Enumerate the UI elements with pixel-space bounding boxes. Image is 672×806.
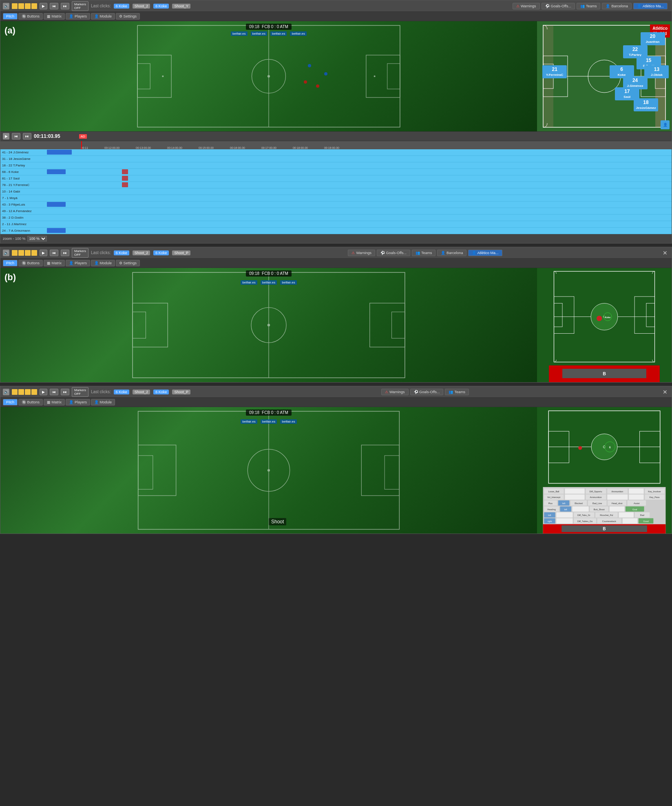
buttons-tab[interactable]: 🔘 Buttons	[18, 13, 43, 20]
video-overlay-b: 09:18 FCB 0 : 0 ATM	[0, 270, 537, 277]
prev-btn-b[interactable]: ⏮	[50, 250, 58, 256]
player-jesusgamez[interactable]: 18JesúsGámez	[634, 98, 658, 111]
track-content-5	[47, 182, 672, 188]
ruler-time-1: 00:12:00.00	[104, 146, 119, 149]
goals-tab[interactable]: ⚽ Goals-Offs...	[542, 3, 575, 9]
matrix-tab-c[interactable]: ▦ Matrix	[44, 399, 65, 405]
click-b-3[interactable]: 6 Koke	[153, 250, 169, 255]
tl-prev[interactable]: ⏮	[12, 133, 20, 140]
svg-text:Ammunition: Ammunition	[611, 490, 623, 493]
play-btn-b[interactable]: ▶	[40, 250, 47, 256]
markers-btn-b[interactable]: MarkersOFF	[72, 248, 88, 258]
warnings-tab[interactable]: ⚠ Warnings	[513, 3, 540, 9]
module-tab-b[interactable]: 👤 Module	[91, 260, 115, 266]
track-event-red	[122, 176, 128, 181]
play-btn[interactable]: ▶	[40, 3, 47, 9]
teams-tab-c[interactable]: 👥 Teams	[445, 389, 469, 395]
pitch-tab-b[interactable]: Pitch	[3, 260, 18, 266]
speaker-icon-b[interactable]: 🔊	[3, 250, 9, 256]
pitch-svg-b: Koke B	[537, 268, 672, 382]
timeline-ruler-a[interactable]: 00:11 00:12:00.00 00:13:00.00 00:14:00.0…	[0, 141, 672, 149]
click-b-4[interactable]: Shoot_P	[172, 250, 190, 255]
play-btn-c[interactable]: ▶	[40, 389, 47, 395]
track-label-12: 24 - 7 A.Griezmann	[2, 229, 47, 232]
players-tab[interactable]: 👤 Players	[66, 13, 90, 20]
video-area-c[interactable]: 09:18 FCB 0 : 0 ATM betfair.es	[0, 407, 537, 534]
block-c-1	[12, 389, 18, 395]
barcelona-tab-b[interactable]: 👤 Barcelona	[437, 250, 466, 256]
click-4[interactable]: Shoot_Y	[172, 4, 190, 9]
settings-tab[interactable]: ⚙ Settings	[116, 13, 140, 20]
speaker-icon[interactable]: 🔊	[3, 3, 9, 9]
track-label-2: 18 - 22 T.Partey	[2, 164, 47, 167]
click-c-3[interactable]: 6 Koke	[153, 390, 169, 394]
atletico-tab[interactable]: 👤 Atlético Ma...	[633, 3, 668, 9]
goals-tab-c[interactable]: ⚽ Goals-Offs...	[410, 389, 444, 395]
settings-tab-b[interactable]: ⚙ Settings	[116, 260, 140, 266]
player-juanfran[interactable]: 20Juanfran	[641, 32, 665, 45]
click-b-2[interactable]: Shoot_2	[133, 250, 150, 255]
panel-b: 🔊 ▶ ⏮ ⏭ MarkersOFF Last clicks: 6 Koke S…	[0, 247, 672, 383]
video-overlay-c: 09:18 FCB 0 : 0 ATM	[0, 410, 537, 416]
goals-tab-b[interactable]: ⚽ Goals-Offs...	[377, 250, 410, 256]
click-3[interactable]: 6 Koke	[153, 4, 169, 9]
svg-rect-120	[623, 518, 637, 524]
teams-tab-b[interactable]: 👥 Teams	[412, 250, 436, 256]
module-tab-c[interactable]: 👤 Module	[91, 399, 115, 405]
block-b-2	[18, 250, 24, 256]
zoom-label: zoom - 100 %	[3, 237, 26, 241]
video-area-b[interactable]: 09:18 FCB 0 : 0 ATM (b) betfair.es	[0, 268, 537, 382]
buttons-tab-b[interactable]: 🔘 Buttons	[18, 260, 43, 266]
svg-point-7	[374, 75, 376, 77]
sub-tabs-c: Pitch 🔘 Buttons ▦ Matrix 👤 Players 👤 Mod…	[0, 398, 672, 407]
prev-btn-c[interactable]: ⏮	[50, 389, 58, 395]
close-btn-c[interactable]: ✕	[661, 389, 669, 395]
click-1[interactable]: 6 Koke	[114, 4, 129, 9]
players-tab-c[interactable]: 👤 Players	[66, 399, 90, 405]
video-area-a[interactable]: 09:18 FCB 0 : 0 ATM (a)	[0, 21, 537, 131]
click-2[interactable]: Shoot_2	[133, 4, 150, 9]
player-oblak[interactable]: 13J.Oblak	[644, 65, 669, 78]
barcelona-tab[interactable]: 👤 Barcelona	[602, 3, 632, 9]
time-c: 09:18	[249, 410, 259, 415]
matrix-tab[interactable]: ▦ Matrix	[44, 13, 65, 20]
teams-tab[interactable]: 👥 Teams	[577, 3, 601, 9]
tl-play-icon[interactable]: ▶	[3, 133, 9, 140]
zoom-select[interactable]: 100 % 50 % 200 %	[27, 236, 47, 241]
next-btn-b[interactable]: ⏭	[61, 250, 69, 256]
block-1	[12, 3, 18, 9]
tl-next[interactable]: ⏭	[23, 133, 31, 140]
players-tab-b[interactable]: 👤 Players	[66, 260, 90, 266]
svg-point-58	[578, 446, 582, 450]
prev-btn[interactable]: ⏮	[50, 3, 58, 9]
click-c-4[interactable]: Shoot_P	[172, 390, 190, 394]
click-c-2[interactable]: Shoot_2	[133, 390, 150, 394]
video-placeholder-b: 09:18 FCB 0 : 0 ATM (b) betfair.es	[0, 268, 537, 382]
next-btn-c[interactable]: ⏭	[61, 389, 69, 395]
markers-btn-c[interactable]: MarkersOFF	[72, 387, 88, 397]
last-clicks-label: Last clicks:	[91, 4, 111, 8]
matrix-tab-b[interactable]: ▦ Matrix	[44, 260, 65, 266]
close-btn-b[interactable]: ✕	[661, 250, 669, 256]
svg-rect-49	[138, 456, 153, 489]
atletico-tab-b[interactable]: 👤 Atlético Ma...	[468, 250, 502, 256]
track-label-11: 2 - 11 J.Martínez	[2, 222, 47, 226]
pitch-tab-c[interactable]: Pitch	[3, 399, 18, 405]
markers-btn[interactable]: MarkersOFF	[72, 1, 88, 11]
next-btn[interactable]: ⏭	[61, 3, 69, 9]
ruler-time-3: 00:14:00.00	[167, 146, 182, 149]
pitch-tab[interactable]: Pitch	[3, 13, 18, 20]
click-c-1[interactable]: 6 Koke	[114, 390, 129, 394]
click-b-1[interactable]: 6 Koke	[114, 250, 129, 255]
buttons-tab-c[interactable]: 🔘 Buttons	[18, 399, 43, 405]
yellow-blocks-c	[12, 389, 37, 395]
module-tab[interactable]: 👤 Module	[91, 13, 115, 20]
player-ferreira[interactable]: 21Y.FerreiraC	[542, 65, 567, 78]
video-placeholder-c: 09:18 FCB 0 : 0 ATM betfair.es	[0, 407, 537, 534]
speaker-icon-c[interactable]: 🔊	[3, 389, 9, 395]
warnings-tab-c[interactable]: ⚠ Warnings	[381, 389, 409, 395]
svg-text:Vol_Intercept: Vol_Intercept	[547, 496, 560, 498]
svg-rect-97	[573, 506, 589, 512]
warnings-tab-b[interactable]: ⚠ Warnings	[348, 250, 375, 256]
svg-rect-74	[565, 494, 584, 500]
